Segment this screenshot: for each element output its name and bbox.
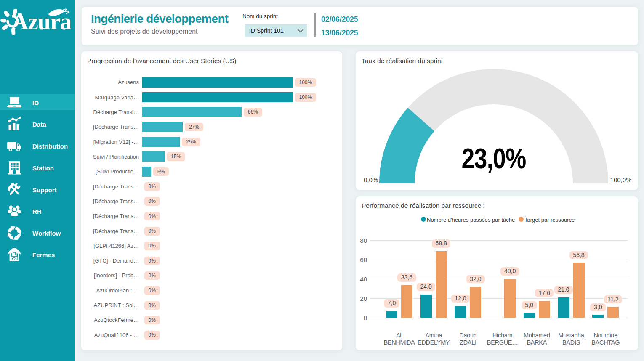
svg-text:Azura: Azura <box>11 8 72 35</box>
